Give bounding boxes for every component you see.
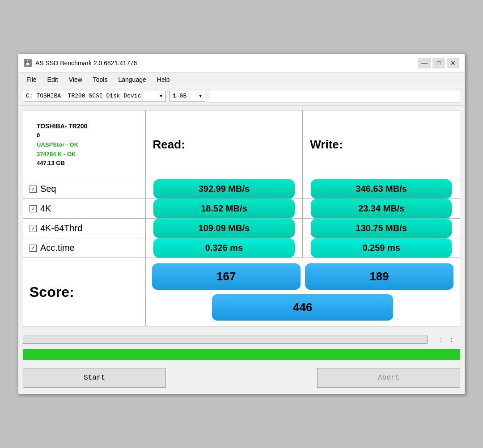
seq-read-cell: 392.99 MB/s [145, 179, 303, 199]
4kthrd-label-inner: ✓ 4K-64Thrd [23, 220, 145, 237]
device-model: TOSHIBA- TR200 [37, 121, 132, 131]
score-total-badge: 446 [212, 294, 393, 321]
abort-button[interactable]: Abort [317, 368, 460, 388]
score-label-inner: Score: [23, 279, 145, 305]
bench-row-4k: ✓ 4K 18.52 MB/s 23.34 MB/s [23, 199, 460, 219]
acctime-checkbox[interactable]: ✓ [30, 245, 37, 252]
score-label-td: Score: [23, 258, 146, 326]
extra-input[interactable] [209, 90, 460, 102]
write-header-cell: Write: [303, 110, 460, 179]
seq-write-cell: 346.63 MB/s [303, 179, 460, 199]
start-button[interactable]: Start [23, 368, 166, 388]
device-info: TOSHIBA- TR200 0 UASPStor - OK 374784 K … [30, 116, 138, 174]
window-title: AS SSD Benchmark 2.0.6821.41776 [35, 59, 137, 67]
seq-label-cell: ✓ Seq [23, 179, 146, 199]
acctime-write-cell: 0.259 ms [303, 238, 460, 258]
size-label: 1 GB [173, 93, 186, 99]
4kthrd-read-cell: 109.09 MB/s [145, 219, 303, 238]
menu-tools[interactable]: Tools [89, 74, 112, 85]
menu-language[interactable]: Language [114, 74, 150, 85]
write-header: Write: [310, 138, 343, 151]
4k-read-badge: 18.52 MB/s [153, 199, 295, 218]
drive-dropdown-icon: ▾ [159, 93, 163, 100]
read-header: Read: [153, 138, 185, 151]
title-bar: 💾 AS SSD Benchmark 2.0.6821.41776 — □ ✕ [18, 54, 465, 72]
bench-row-4kthrd: ✓ 4K-64Thrd 109.09 MB/s 130.75 MB/s [23, 219, 460, 238]
bench-row-acctime: ✓ Acc.time 0.326 ms 0.259 ms [23, 238, 460, 258]
4k-label-inner: ✓ 4K [23, 200, 145, 217]
4kthrd-write-cell: 130.75 MB/s [303, 219, 460, 238]
minimize-button[interactable]: — [418, 58, 431, 68]
read-header-cell: Read: [145, 110, 303, 179]
toolbar: C: TOSHIBA- TR200 SCSI Disk Devic ▾ 1 GB… [18, 87, 465, 106]
info-cell-header: TOSHIBA- TR200 0 UASPStor - OK 374784 K … [23, 110, 146, 179]
device-status2: 374784 K - OK [37, 150, 132, 159]
menu-bar: File Edit View Tools Language Help [18, 72, 465, 87]
4k-read-cell: 18.52 MB/s [145, 199, 303, 219]
4kthrd-write-badge: 130.75 MB/s [311, 219, 452, 238]
green-bar [23, 349, 460, 360]
menu-edit[interactable]: Edit [43, 74, 63, 85]
seq-label-inner: ✓ Seq [23, 180, 145, 198]
header-row: TOSHIBA- TR200 0 UASPStor - OK 374784 K … [23, 110, 460, 179]
seq-checkbox[interactable]: ✓ [30, 186, 37, 193]
bench-row-seq: ✓ Seq 392.99 MB/s 346.63 MB/s [23, 179, 460, 199]
seq-read-badge: 392.99 MB/s [153, 179, 295, 199]
score-pair: 167 189 [152, 263, 453, 290]
progress-time: --:--:-- [432, 336, 460, 343]
4kthrd-read-badge: 109.09 MB/s [153, 219, 295, 238]
4kthrd-label: 4K-64Thrd [40, 223, 83, 233]
size-dropdown[interactable]: 1 GB ▾ [169, 91, 205, 101]
main-content: TOSHIBA- TR200 0 UASPStor - OK 374784 K … [18, 106, 465, 331]
window-controls: — □ ✕ [418, 58, 459, 68]
acctime-read-cell: 0.326 ms [145, 238, 303, 258]
4kthrd-checkbox[interactable]: ✓ [30, 225, 37, 232]
menu-view[interactable]: View [64, 74, 87, 85]
acctime-label-cell: ✓ Acc.time [23, 238, 146, 258]
maximize-button[interactable]: □ [432, 58, 445, 68]
acctime-read-badge: 0.326 ms [153, 238, 295, 258]
device-status1: UASPStor - OK [37, 140, 132, 150]
score-results-td: 167 189 446 [145, 258, 460, 326]
seq-write-badge: 346.63 MB/s [311, 179, 452, 199]
title-bar-left: 💾 AS SSD Benchmark 2.0.6821.41776 [24, 59, 137, 67]
menu-help[interactable]: Help [153, 74, 174, 85]
4k-write-cell: 23.34 MB/s [303, 199, 460, 219]
main-window: 💾 AS SSD Benchmark 2.0.6821.41776 — □ ✕ … [18, 54, 465, 395]
drive-dropdown[interactable]: C: TOSHIBA- TR200 SCSI Disk Devic ▾ [23, 91, 166, 101]
acctime-label-inner: ✓ Acc.time [23, 239, 145, 257]
score-read-badge: 167 [152, 263, 301, 290]
score-total-container: 446 [152, 294, 453, 321]
score-write-badge: 189 [305, 263, 453, 290]
4k-label-cell: ✓ 4K [23, 199, 146, 219]
score-row: Score: 167 189 446 [23, 258, 460, 326]
drive-label: C: TOSHIBA- TR200 SCSI Disk Devic [26, 93, 141, 99]
app-icon: 💾 [24, 59, 32, 67]
results-table: TOSHIBA- TR200 0 UASPStor - OK 374784 K … [23, 110, 460, 327]
progress-bar-container [23, 335, 428, 344]
4kthrd-label-cell: ✓ 4K-64Thrd [23, 219, 146, 238]
close-button[interactable]: ✕ [447, 58, 459, 68]
4k-label: 4K [40, 203, 51, 214]
buttons-area: Start Abort [18, 362, 465, 394]
green-bar-area [18, 347, 465, 362]
size-dropdown-icon: ▾ [199, 93, 202, 100]
device-num: 0 [37, 131, 132, 140]
seq-label: Seq [40, 184, 56, 194]
progress-area: --:--:-- [18, 331, 465, 347]
4k-write-badge: 23.34 MB/s [311, 199, 452, 218]
acctime-label: Acc.time [40, 243, 75, 253]
device-size: 447.13 GB [37, 159, 132, 168]
4k-checkbox[interactable]: ✓ [30, 205, 37, 212]
menu-file[interactable]: File [22, 74, 41, 85]
acctime-write-badge: 0.259 ms [311, 238, 452, 258]
